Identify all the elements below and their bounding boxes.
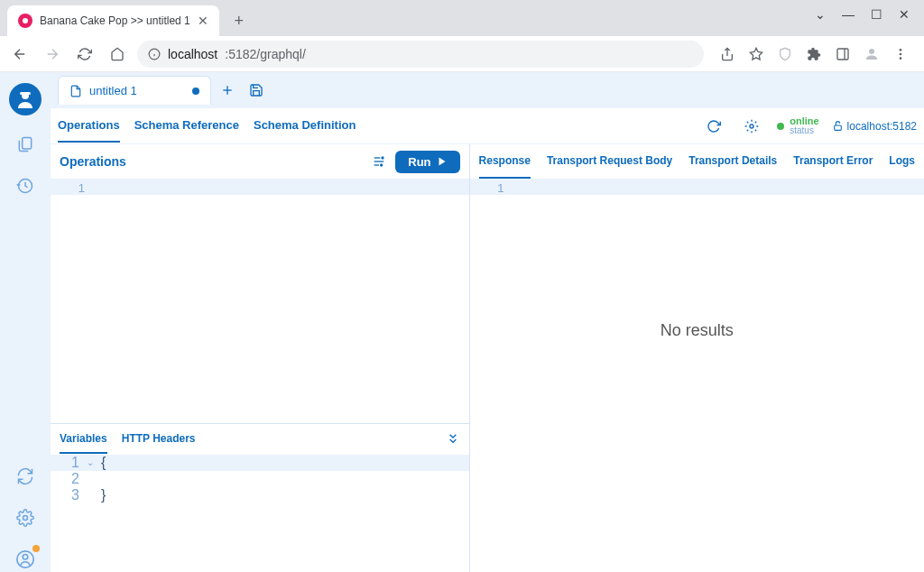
chevron-down-icon[interactable]: ⌄ xyxy=(815,7,826,22)
response-editor[interactable]: 1 xyxy=(470,179,924,195)
tab-transport-details[interactable]: Transport Details xyxy=(688,144,777,179)
var-code-1: { xyxy=(101,455,106,471)
var-gutter-2: 2 xyxy=(51,471,87,487)
window-controls: ⌄ — ☐ ✕ xyxy=(800,0,924,29)
svg-point-15 xyxy=(23,555,28,560)
refresh-schema-icon[interactable] xyxy=(701,114,726,139)
app-main: untitled 1 Operations Schema Reference S… xyxy=(51,72,924,572)
operations-editor[interactable]: 1 xyxy=(51,179,469,423)
connection-host[interactable]: localhost:5182 xyxy=(832,120,917,133)
tab-schema-reference[interactable]: Schema Reference xyxy=(134,109,239,143)
tab-title: Banana Cake Pop >> untitled 1 xyxy=(40,14,190,27)
svg-rect-11 xyxy=(20,92,31,95)
add-tab-button[interactable] xyxy=(215,78,240,103)
collapse-icon[interactable] xyxy=(446,432,460,447)
status-dot-icon xyxy=(777,123,784,130)
documents-icon[interactable] xyxy=(13,132,38,157)
var-gutter-3: 3 xyxy=(51,487,87,503)
close-tab-icon[interactable]: ✕ xyxy=(198,14,208,28)
svg-rect-4 xyxy=(837,49,848,60)
history-icon[interactable] xyxy=(13,173,38,198)
workspace: Operations Run 1 xyxy=(51,144,924,572)
app-sidebar xyxy=(0,72,51,572)
var-gutter-1: 1 xyxy=(51,455,87,471)
unlock-icon xyxy=(832,120,844,132)
shield-icon[interactable] xyxy=(776,45,794,63)
forward-button[interactable] xyxy=(40,42,65,67)
host-label: localhost:5182 xyxy=(847,120,917,133)
svg-rect-19 xyxy=(834,125,841,130)
close-window-icon[interactable]: ✕ xyxy=(899,7,910,22)
no-results-message: No results xyxy=(470,195,924,340)
svg-point-24 xyxy=(381,164,383,166)
gutter-line-1: 1 xyxy=(51,179,94,195)
file-icon xyxy=(69,85,82,97)
panel-icon[interactable] xyxy=(834,45,852,63)
svg-marker-25 xyxy=(439,158,445,166)
tab-variables[interactable]: Variables xyxy=(60,425,107,454)
run-label: Run xyxy=(408,155,430,169)
new-tab-button[interactable]: + xyxy=(226,8,252,33)
app-logo[interactable] xyxy=(9,83,42,115)
play-icon xyxy=(437,156,448,167)
response-tabs: Response Transport Request Body Transpor… xyxy=(470,144,924,179)
tab-http-headers[interactable]: HTTP Headers xyxy=(122,425,196,454)
svg-marker-3 xyxy=(750,48,762,60)
url-host: localhost xyxy=(168,47,217,61)
extensions-icon[interactable] xyxy=(805,45,823,63)
svg-point-7 xyxy=(900,49,902,51)
reload-button[interactable] xyxy=(72,42,97,67)
svg-point-23 xyxy=(382,157,383,159)
tab-request-body[interactable]: Transport Request Body xyxy=(547,144,672,179)
var-code-3: } xyxy=(101,487,106,503)
operations-title: Operations xyxy=(60,154,126,169)
operations-header: Operations Run xyxy=(51,144,469,179)
nav-bar: Operations Schema Reference Schema Defin… xyxy=(51,108,924,144)
unsaved-dot-icon xyxy=(192,88,199,95)
doc-tab-untitled[interactable]: untitled 1 xyxy=(58,76,211,105)
bottom-tabs: Variables HTTP Headers xyxy=(51,424,469,455)
favicon-icon xyxy=(18,14,32,28)
url-path: :5182/graphql/ xyxy=(225,47,306,61)
tab-operations[interactable]: Operations xyxy=(58,109,120,143)
response-gutter-1: 1 xyxy=(470,179,513,195)
tab-schema-definition[interactable]: Schema Definition xyxy=(254,109,356,143)
tab-response[interactable]: Response xyxy=(479,144,531,179)
svg-point-9 xyxy=(900,57,902,60)
save-button[interactable] xyxy=(244,78,269,103)
run-button[interactable]: Run xyxy=(395,151,459,173)
nav-tabs: Operations Schema Reference Schema Defin… xyxy=(51,109,356,143)
status-sub: status xyxy=(790,126,818,135)
minimize-icon[interactable]: — xyxy=(842,7,855,22)
address-bar[interactable]: localhost:5182/graphql/ xyxy=(137,41,704,68)
back-button[interactable] xyxy=(7,42,32,67)
operations-pane: Operations Run 1 xyxy=(51,144,470,572)
browser-tab[interactable]: Banana Cake Pop >> untitled 1 ✕ xyxy=(7,5,219,36)
maximize-icon[interactable]: ☐ xyxy=(871,7,882,22)
profile-icon[interactable] xyxy=(863,45,881,63)
tab-logs[interactable]: Logs xyxy=(889,144,915,179)
bookmark-icon[interactable] xyxy=(747,45,765,63)
home-button[interactable] xyxy=(105,42,130,67)
app-root: untitled 1 Operations Schema Reference S… xyxy=(0,72,924,572)
connection-settings-icon[interactable] xyxy=(739,114,764,139)
format-icon[interactable] xyxy=(372,154,386,169)
sync-icon[interactable] xyxy=(13,464,38,489)
settings-icon[interactable] xyxy=(13,505,38,530)
connection-status: online status xyxy=(777,116,818,135)
svg-point-18 xyxy=(750,125,753,128)
tab-transport-error[interactable]: Transport Error xyxy=(793,144,873,179)
share-icon[interactable] xyxy=(718,45,736,63)
doc-tabs: untitled 1 xyxy=(51,72,924,108)
variables-editor[interactable]: 1 ⌄ { 2 3 } xyxy=(51,455,469,572)
menu-icon[interactable] xyxy=(892,45,910,63)
svg-point-13 xyxy=(23,516,28,521)
svg-point-8 xyxy=(900,52,902,55)
info-icon xyxy=(148,48,161,60)
doc-tab-label: untitled 1 xyxy=(89,84,137,97)
fold-icon[interactable]: ⌄ xyxy=(87,455,101,471)
svg-point-6 xyxy=(869,49,874,54)
account-icon[interactable] xyxy=(13,547,38,572)
svg-rect-12 xyxy=(23,138,32,150)
variables-panel: Variables HTTP Headers 1 ⌄ { 2 xyxy=(51,423,469,572)
